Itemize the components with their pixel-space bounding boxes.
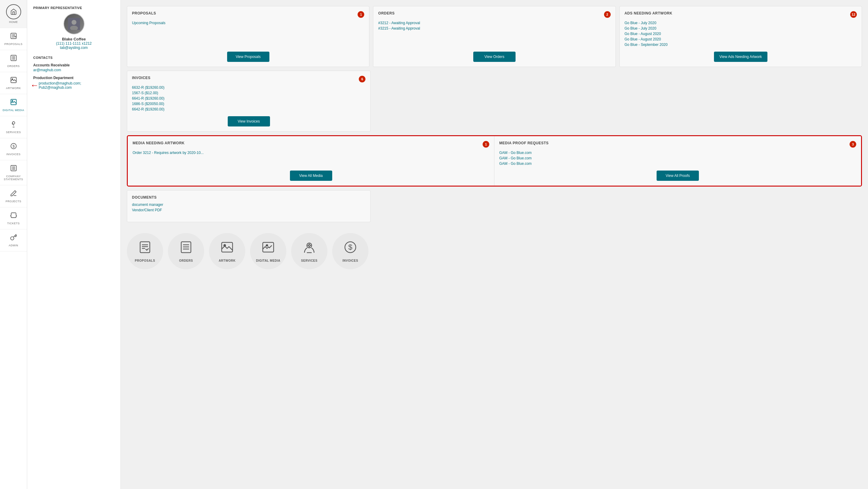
proposals-card-title: PROPOSALS	[132, 11, 156, 15]
sidebar-label-tickets: TICKETS	[7, 222, 20, 225]
proposals-link-0[interactable]: Upcoming Proposals	[132, 21, 364, 25]
invoices-card-header: INVOICES 6	[132, 76, 366, 83]
digital-media-icon	[10, 98, 17, 107]
admin-icon	[10, 234, 17, 243]
media-proof-link-1[interactable]: GAM - Go Blue.com	[499, 156, 856, 160]
invoices-card-title: INVOICES	[132, 76, 150, 80]
sidebar-label-digital-media: DIGITAL MEDIA	[3, 109, 25, 112]
svg-point-21	[71, 20, 76, 25]
bottom-orders-icon[interactable]: ORDERS	[168, 233, 204, 269]
ads-link-1[interactable]: Go Blue - July 2020	[625, 26, 857, 31]
invoices-links: 6632-R ($19260.00) 1567-S ($12.00) 6641-…	[132, 86, 366, 112]
ads-link-4[interactable]: Go Blue - September 2020	[625, 42, 857, 47]
sidebar-item-services[interactable]: SERVICES	[0, 116, 27, 138]
svg-point-32	[224, 244, 226, 246]
orders-card-title: ORDERS	[378, 11, 395, 15]
proposals-icon	[10, 32, 17, 41]
sidebar-item-tickets[interactable]: TICKETS	[0, 207, 27, 229]
bottom-proposals-icon[interactable]: PROPOSALS	[127, 233, 163, 269]
media-proof-link-2[interactable]: GAM - Go Blue.com	[499, 162, 856, 166]
invoices-link-1[interactable]: 1567-S ($12.00)	[132, 91, 366, 95]
view-proposals-button[interactable]: View Proposals	[227, 52, 270, 62]
bottom-services-label: SERVICES	[301, 259, 317, 262]
media-artwork-link-0[interactable]: Order 3212 - Requires artwork by 2020-10…	[132, 151, 489, 155]
sidebar-label-proposals: PROPOSALS	[4, 42, 22, 45]
bottom-invoices-icon[interactable]: $ INVOICES	[332, 233, 369, 269]
sidebar-item-company-statements[interactable]: COMPANY STATEMENTS	[0, 160, 27, 185]
svg-rect-23	[140, 242, 150, 253]
avatar-image	[64, 14, 84, 34]
ads-badge: 12	[850, 11, 857, 18]
orders-link-1[interactable]: #3215 - Awaiting Approval	[378, 26, 610, 31]
sidebar-label-admin: ADMIN	[9, 244, 19, 247]
view-all-media-button[interactable]: View All Media	[290, 170, 332, 181]
contact-email-production-2[interactable]: Pub2@maghub.com	[39, 86, 81, 90]
sidebar-item-invoices[interactable]: $ INVOICES	[0, 138, 27, 160]
svg-point-37	[308, 244, 310, 246]
ads-needing-artwork-card: ADS NEEDING ARTWORK 12 Go Blue - July 20…	[619, 6, 862, 67]
ads-links: Go Blue - July 2020 Go Blue - July 2020 …	[625, 21, 857, 48]
rep-email[interactable]: tab@aysling.com	[60, 45, 88, 50]
company-statements-icon	[10, 164, 17, 173]
ads-link-2[interactable]: Go Blue - August 2020	[625, 32, 857, 36]
contact-role-ar: Accounts Receivable	[33, 63, 115, 67]
invoices-link-0[interactable]: 6632-R ($19260.00)	[132, 86, 366, 90]
bottom-proposals-label: PROPOSALS	[135, 259, 155, 262]
documents-link-0[interactable]: document manager	[132, 202, 366, 207]
documents-link-1[interactable]: Vendor/Client PDF	[132, 208, 366, 212]
sidebar-item-artwork[interactable]: ARTWORK	[0, 72, 27, 94]
sidebar-label-invoices: INVOICES	[6, 153, 21, 156]
content-area: PROPOSALS 1 Upcoming Proposals View Prop…	[121, 0, 868, 489]
media-artwork-links: Order 3212 - Requires artwork by 2020-10…	[132, 151, 489, 167]
sidebar-item-proposals[interactable]: PROPOSALS	[0, 28, 27, 50]
contact-email-ar[interactable]: ar@maghub.com	[33, 68, 115, 72]
svg-point-34	[267, 245, 268, 246]
sidebar-item-home[interactable]: HOME	[0, 0, 27, 28]
media-needing-artwork-card: MEDIA NEEDING ARTWORK 1 Order 3212 - Req…	[128, 136, 494, 186]
rep-phone[interactable]: (111) 111-1111 x1212	[56, 41, 92, 45]
bottom-invoices-svg: $	[343, 240, 358, 257]
bottom-artwork-svg	[220, 240, 235, 257]
orders-card: ORDERS 2 #3212 - Awaiting Approval #3215…	[373, 6, 616, 67]
contact-group-ar: Accounts Receivable ar@maghub.com	[33, 63, 115, 72]
media-artwork-badge: 1	[483, 141, 489, 148]
ads-link-3[interactable]: Go Blue - August 2020	[625, 37, 857, 41]
documents-title: DOCUMENTS	[132, 195, 157, 199]
documents-links: document manager Vendor/Client PDF	[132, 202, 366, 214]
view-ads-button[interactable]: View Ads Needing Artwork	[714, 52, 768, 62]
bottom-invoices-label: INVOICES	[342, 259, 358, 262]
bottom-services-icon[interactable]: SERVICES	[291, 233, 328, 269]
sidebar-item-projects[interactable]: PROJECTS	[0, 185, 27, 207]
view-orders-button[interactable]: View Orders	[473, 52, 516, 62]
bottom-artwork-icon[interactable]: ARTWORK	[209, 233, 245, 269]
contact-email-production-1[interactable]: production@maghub.com;	[39, 81, 81, 86]
sidebar-item-admin[interactable]: ADMIN	[0, 229, 27, 252]
highlight-box: MEDIA NEEDING ARTWORK 1 Order 3212 - Req…	[127, 135, 862, 187]
view-invoices-button[interactable]: View Invoices	[228, 116, 270, 127]
ads-card-header: ADS NEEDING ARTWORK 12	[625, 11, 857, 18]
sidebar-item-digital-media[interactable]: DIGITAL MEDIA	[0, 94, 27, 116]
invoices-badge: 6	[359, 76, 366, 83]
bottom-orders-label: ORDERS	[179, 259, 193, 262]
svg-text:$: $	[12, 144, 15, 149]
ads-link-0[interactable]: Go Blue - July 2020	[625, 21, 857, 25]
orders-link-0[interactable]: #3212 - Awaiting Approval	[378, 21, 610, 25]
bottom-artwork-label: ARTWORK	[219, 259, 236, 262]
view-all-proofs-button[interactable]: View All Proofs	[657, 170, 699, 181]
orders-card-header: ORDERS 2	[378, 11, 610, 18]
projects-icon	[10, 190, 17, 199]
invoices-link-3[interactable]: 1686-S ($20050.00)	[132, 102, 366, 106]
sidebar-item-orders[interactable]: ORDERS	[0, 50, 27, 72]
row2-grid: INVOICES 6 6632-R ($19260.00) 1567-S ($1…	[127, 71, 862, 187]
media-proof-link-0[interactable]: GAM - Go Blue.com	[499, 151, 856, 155]
invoices-link-4[interactable]: 6642-R ($19260.00)	[132, 107, 366, 111]
invoices-link-2[interactable]: 6641-R ($19260.00)	[132, 96, 366, 100]
documents-header: DOCUMENTS	[132, 195, 366, 199]
media-proof-requests-card: MEDIA PROOF REQUESTS 3 GAM - Go Blue.com…	[494, 136, 861, 186]
bottom-orders-svg	[179, 240, 193, 257]
sidebar-label-artwork: ARTWORK	[6, 87, 21, 90]
services-icon	[10, 121, 17, 130]
bottom-digital-media-icon[interactable]: DIGITAL MEDIA	[250, 233, 286, 269]
orders-icon	[10, 54, 17, 63]
sidebar-label-projects: PROJECTS	[5, 200, 21, 203]
